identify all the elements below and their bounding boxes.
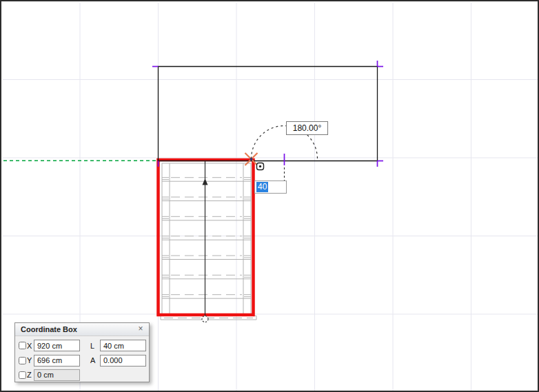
tracker-selected-text: 40: [256, 182, 268, 192]
walking-line-start-circle: [202, 316, 208, 322]
x-label: X: [27, 342, 34, 350]
origin-marker-icon: [257, 163, 264, 170]
a-input[interactable]: [100, 355, 146, 367]
y-input[interactable]: [34, 355, 80, 367]
l-input[interactable]: [100, 340, 146, 351]
stair-symbol[interactable]: [161, 163, 256, 320]
coordinate-box-title: Coordinate Box: [21, 325, 77, 333]
angle-readout: 180.00°: [286, 121, 328, 135]
drawing-canvas[interactable]: 180.00° 40 Coordinate Box × X L Y A Z: [0, 0, 539, 392]
z-lock-checkbox[interactable]: [19, 371, 26, 379]
rectangle-outline[interactable]: [159, 67, 378, 161]
z-label: Z: [27, 371, 34, 379]
l-label: L: [90, 342, 100, 350]
coordinate-row-y: Y A: [15, 354, 146, 367]
coordinate-row-z: Z: [15, 369, 80, 382]
walking-line-arrow-icon: [203, 178, 208, 185]
a-label: A: [90, 356, 100, 364]
hotspot-ticks: [152, 61, 383, 167]
tracker-input[interactable]: 40: [254, 180, 287, 194]
x-input[interactable]: [34, 340, 80, 351]
coordinate-row-x: X L: [15, 339, 146, 352]
z-input[interactable]: [34, 369, 80, 381]
coordinate-box-titlebar[interactable]: Coordinate Box ×: [15, 323, 149, 336]
coordinate-box-palette: Coordinate Box × X L Y A Z: [14, 322, 150, 382]
y-label: Y: [27, 356, 34, 364]
stair-walking-line: [202, 161, 208, 322]
stair-treads: [162, 178, 251, 299]
x-lock-checkbox[interactable]: [19, 342, 26, 349]
y-lock-checkbox[interactable]: [19, 357, 26, 364]
close-icon[interactable]: ×: [136, 324, 145, 333]
